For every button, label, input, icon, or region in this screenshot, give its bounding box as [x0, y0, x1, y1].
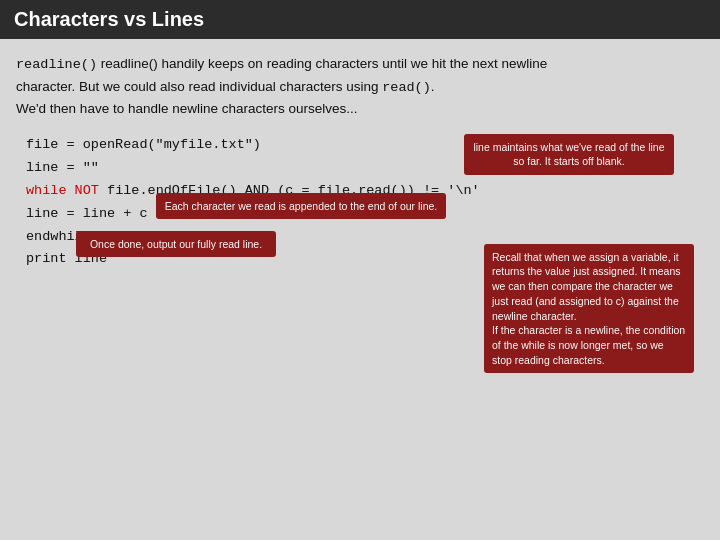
title-bar: Characters vs Lines [0, 0, 720, 39]
intro-line3: We'd then have to handle newline charact… [16, 101, 358, 116]
page-title: Characters vs Lines [14, 8, 204, 30]
intro-paragraph: readline() readline() handily keeps on r… [16, 53, 704, 120]
code-section: line maintains what we've read of the li… [16, 134, 704, 272]
intro-line2: character. But we could also read indivi… [16, 79, 435, 94]
while-not-highlight: while NOT [26, 183, 99, 198]
appended-tooltip: Each character we read is appended to th… [156, 193, 446, 220]
content-area: readline() readline() handily keeps on r… [0, 39, 720, 540]
intro-line1: readline() readline() handily keeps on r… [16, 56, 547, 71]
once-done-tooltip: Once done, output our fully read line. [76, 231, 276, 258]
page: Characters vs Lines readline() readline(… [0, 0, 720, 540]
recall-tooltip: Recall that when we assign a variable, i… [484, 244, 694, 374]
readline-code: readline() [16, 57, 97, 72]
line-tooltip: line maintains what we've read of the li… [464, 134, 674, 175]
read-code: read() [382, 80, 431, 95]
